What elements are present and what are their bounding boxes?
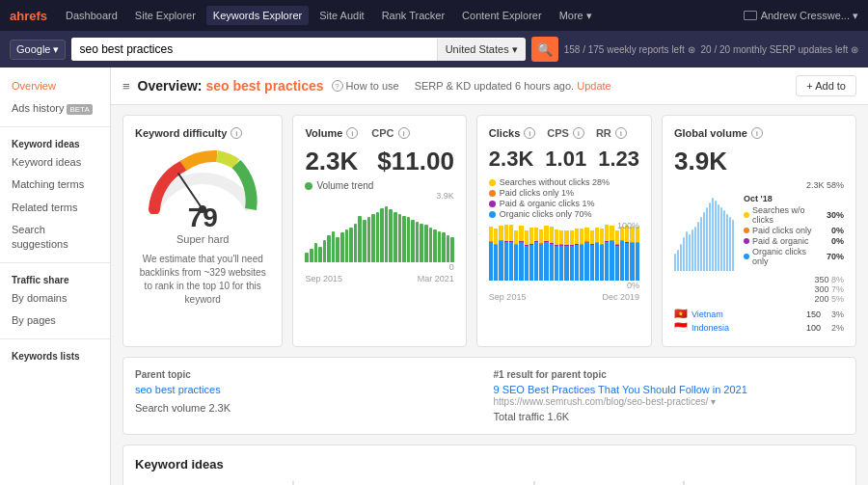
sidebar-divider-3	[0, 338, 110, 339]
add-to-button[interactable]: + Add to	[796, 75, 856, 96]
sidebar: Overview Ads historyBETA Keyword ideas K…	[0, 67, 111, 485]
cpc-info-icon[interactable]: i	[398, 127, 410, 139]
clicks-bar	[559, 230, 563, 281]
clicks-bar-segment	[580, 229, 583, 244]
clicks-bar	[584, 228, 588, 281]
rr-info-icon[interactable]: i	[615, 127, 627, 139]
keyword-ideas-table: Terms match i Questions i Also rank for …	[135, 481, 844, 485]
global-bar	[703, 212, 705, 271]
nav-rank-tracker[interactable]: Rank Tracker	[375, 6, 451, 25]
clicks-bar	[489, 227, 493, 281]
result-label: #1 result for parent topic	[494, 369, 845, 380]
clicks-chart-0: 0%	[489, 281, 639, 290]
clicks-card: Clicks i CPS i RR i 2.3K 1.01 1.23	[476, 115, 652, 347]
volume-bar	[336, 237, 339, 262]
global-volume-info-icon[interactable]: i	[751, 127, 763, 139]
clicks-bar-segment	[550, 244, 554, 281]
nav-site-audit[interactable]: Site Audit	[312, 6, 370, 25]
search-button[interactable]: 🔍	[531, 37, 558, 62]
rr-value: 1.23	[598, 147, 639, 172]
clicks-bar-segment	[559, 246, 563, 281]
sidebar-item-overview[interactable]: Overview	[0, 75, 110, 97]
parent-topic-value-link[interactable]: seo best practices	[135, 384, 221, 395]
sidebar-item-matching-terms[interactable]: Matching terms	[0, 174, 110, 196]
kd-description: We estimate that you'll need backlinks f…	[135, 253, 270, 307]
col-also-talk-vol	[796, 481, 844, 485]
sidebar-item-search-suggestions[interactable]: Search suggestions	[0, 219, 110, 256]
volume-bar	[345, 229, 349, 262]
country-row-indonesia: 🇮🇩 Indonesia 100 2%	[674, 321, 844, 334]
global-legend-organic: Organic clicks only 70%	[744, 247, 844, 266]
gauge-container: 79 Super hard	[135, 147, 270, 245]
parent-topic-right: #1 result for parent topic 9 SEO Best Pr…	[494, 369, 845, 422]
clicks-bar-segment	[544, 226, 548, 240]
global-bar	[726, 214, 728, 271]
global-bar	[680, 244, 682, 271]
clicks-bar-segment	[600, 229, 604, 244]
clicks-bar-segment	[509, 242, 513, 281]
global-bar	[729, 217, 731, 271]
clicks-bar	[605, 225, 609, 281]
engine-select[interactable]: Google ▾	[10, 40, 66, 60]
global-paid-clicks-pct: 0%	[831, 226, 844, 235]
parent-topic-label: Parent topic	[135, 369, 486, 380]
clicks-value-group: 2.3K	[489, 147, 533, 172]
oct-label: Oct '18	[744, 194, 844, 203]
clicks-bar-segment	[489, 227, 493, 241]
clicks-bar-segment	[590, 245, 594, 281]
volume-bar	[380, 208, 384, 262]
nav-more[interactable]: More ▾	[553, 6, 599, 26]
clicks-bar-segment	[519, 242, 523, 281]
sidebar-item-related-terms[interactable]: Related terms	[0, 197, 110, 219]
chart-min-label: 0	[305, 262, 453, 272]
cpc-value: $11.00	[377, 147, 454, 176]
col-also-talk: Also talk about i	[684, 481, 796, 485]
nav-dashboard[interactable]: Dashboard	[59, 6, 124, 25]
volume-bar	[314, 243, 318, 262]
search-input[interactable]	[71, 38, 436, 61]
sidebar-item-by-domains[interactable]: By domains	[0, 287, 110, 310]
clicks-info-icon[interactable]: i	[524, 127, 535, 139]
kd-label: Super hard	[176, 233, 229, 245]
clicks-bar-segment	[630, 243, 634, 281]
clicks-bar-segment	[595, 228, 599, 242]
vietnam-link[interactable]: Vietnam	[692, 310, 802, 319]
global-legend-paid-clicks: Paid clicks only 0%	[744, 226, 844, 235]
clicks-bar	[595, 228, 599, 281]
global-bar	[689, 234, 691, 272]
clicks-bar-segment	[605, 225, 609, 241]
result-link[interactable]: 9 SEO Best Practices That You Should Fol…	[494, 384, 747, 395]
clicks-bar-segment	[534, 228, 538, 241]
volume-card-title: Volume i CPC i	[305, 127, 453, 139]
table-header-row: Terms match i Questions i Also rank for …	[135, 481, 844, 485]
indonesia-link[interactable]: Indonesia	[692, 323, 802, 333]
user-menu[interactable]: Andrew Cresswe... ▾	[744, 10, 858, 22]
clicks-bar-segment	[504, 242, 508, 281]
cps-info-icon[interactable]: i	[573, 127, 584, 139]
sidebar-item-keyword-ideas[interactable]: Keyword ideas	[0, 151, 110, 174]
clicks-chart-100: 100%	[617, 221, 639, 230]
hamburger-icon[interactable]: ≡	[122, 79, 130, 94]
volume-info-icon[interactable]: i	[346, 127, 358, 139]
content-area: ≡ Overview: seo best practices ? How to …	[111, 67, 868, 485]
clicks-bar	[620, 227, 624, 281]
nav-site-explorer[interactable]: Site Explorer	[128, 6, 203, 25]
country-select[interactable]: United States ▾	[437, 39, 526, 61]
clicks-bar	[494, 229, 498, 281]
volume-bar	[318, 247, 322, 262]
clicks-bar	[504, 225, 508, 281]
global-legend-paid-organic: Paid & organic 0%	[744, 236, 844, 246]
nav-keywords-explorer[interactable]: Keywords Explorer	[206, 6, 309, 25]
clicks-bar-segment	[525, 246, 529, 281]
global-bar	[720, 207, 722, 271]
kd-info-icon[interactable]: i	[231, 127, 242, 139]
clicks-bar-segment	[534, 242, 538, 281]
clicks-bar-segment	[584, 228, 588, 241]
clicks-bar	[590, 230, 594, 281]
nav-content-explorer[interactable]: Content Explorer	[455, 6, 549, 25]
sidebar-item-by-pages[interactable]: By pages	[0, 310, 110, 332]
keyword-name: seo best practices	[205, 78, 323, 94]
sidebar-item-ads-history[interactable]: Ads historyBETA	[0, 97, 110, 120]
update-link[interactable]: Update	[577, 80, 610, 92]
how-to-use[interactable]: ? How to use	[332, 80, 399, 92]
